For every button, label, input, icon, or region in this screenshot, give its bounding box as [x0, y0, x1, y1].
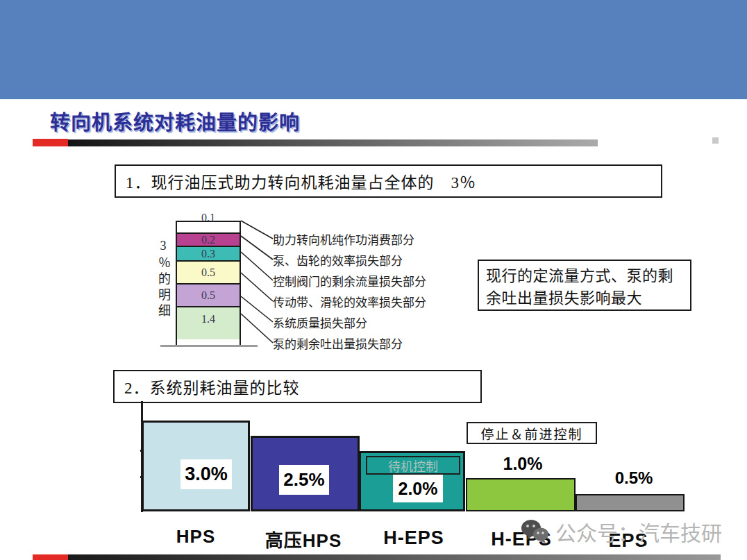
bar-heps-stopgo: [466, 478, 576, 511]
section2-heading-box: 2．系统别耗油量的比较: [113, 370, 482, 403]
footer-rule-gradient: [68, 554, 721, 560]
corner-square: [712, 137, 719, 144]
section1-heading-box: 1．现行油压式助力转向机耗油量占全体的 3％: [115, 164, 662, 198]
watermark-text: 公众号：汽车技研: [555, 516, 722, 547]
value-label: 2.0%: [393, 475, 443, 502]
stack-segment: 0.1: [177, 222, 240, 232]
section1-heading: 1．现行油压式助力转向机耗油量占全体的 3％: [126, 169, 476, 193]
callout-label: 系统质量损失部分: [273, 314, 453, 329]
note-box: 现行的定流量方式、泵的剩余吐出量损失影响最大: [478, 260, 691, 311]
value-label: 1.0%: [492, 454, 554, 474]
callout-label: 助力转向机纯作功消费部分: [273, 230, 453, 246]
slide: 转向机系统对耗油量的影响 1．现行油压式助力转向机耗油量占全体的 3％ 3％的明…: [0, 0, 747, 560]
segment-value: 0.5: [201, 289, 215, 302]
standby-control-box: 待机控制: [366, 456, 460, 475]
category-label-highpressure-hps: 高压HPS: [262, 526, 345, 552]
callout-label: 泵的剩余吐出量损失部分: [273, 334, 453, 350]
category-label-hps: HPS: [161, 526, 230, 548]
wechat-icon: [519, 518, 550, 545]
stack-segment: 0.2: [177, 232, 240, 246]
stack-side-label: 3％的明细: [154, 239, 172, 336]
stack-segment: 0.5: [177, 283, 240, 306]
title-rule-red: [33, 139, 68, 146]
value-label: 3.0%: [181, 459, 232, 489]
bar-eps: [576, 494, 685, 511]
title-rule-gradient: [68, 139, 598, 146]
segment-value: 0.5: [201, 266, 215, 279]
category-label-heps-1: H-EPS: [372, 527, 455, 549]
stacked-bar: 0.1 0.2 0.3 0.5 0.5 1.4: [176, 221, 241, 345]
callout-label: 传动带、滑轮的效率损失部分: [273, 293, 453, 308]
stack-segment: 0.5: [177, 260, 240, 283]
stop-go-control-box: 停止＆前进控制: [467, 422, 597, 444]
segment-value: 0.1: [201, 212, 215, 224]
page-title: 转向机系统对耗油量的影响: [50, 106, 467, 134]
value-label: 2.5%: [279, 465, 329, 495]
segment-value: 0.2: [201, 234, 215, 246]
section2-heading: 2．系统别耗油量的比较: [124, 375, 300, 398]
footer-rule-red: [33, 554, 68, 560]
header-banner: [0, 0, 747, 99]
value-label: 0.5%: [603, 468, 665, 488]
watermark: 公众号：汽车技研: [519, 516, 741, 547]
callout-label: 控制阀门的剩余流量损失部分: [273, 272, 453, 287]
callout-lines: [236, 208, 278, 354]
stack-segment: 0.3: [177, 246, 240, 260]
callout-label: 泵、齿轮的效率损失部分: [273, 251, 453, 266]
segment-value: 1.4: [201, 313, 215, 325]
segment-value: 0.3: [201, 248, 215, 260]
stack-segment: 1.4: [177, 306, 240, 339]
